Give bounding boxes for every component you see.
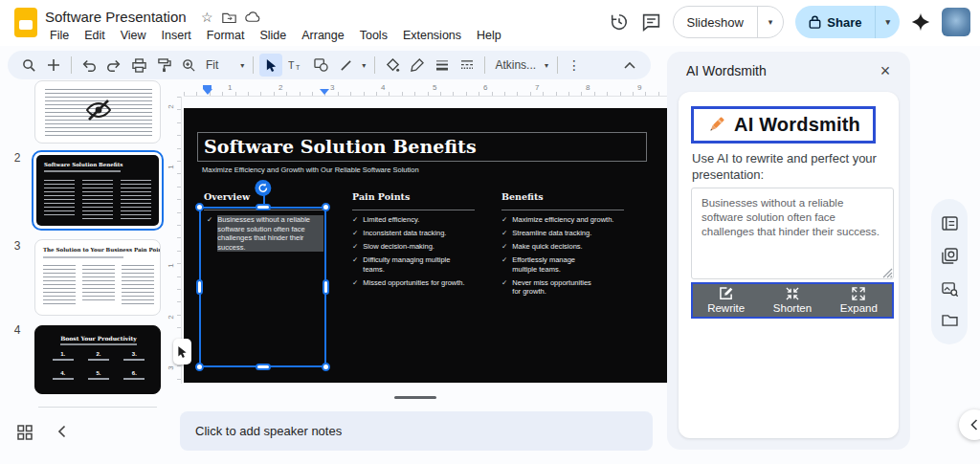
thumbnail-2-col3 bbox=[121, 180, 151, 222]
calendar-card-icon[interactable] bbox=[942, 216, 958, 231]
textarea-resize-grip[interactable] bbox=[882, 268, 893, 278]
thumbnail-3-subtitle-line bbox=[43, 256, 123, 258]
check-icon: ✓ bbox=[352, 215, 358, 225]
zoom-select[interactable]: Fit bbox=[202, 58, 222, 72]
slide-thumbnail-4[interactable]: Boost Your Productivity 1. 2. 3. 4. 5. 6… bbox=[34, 325, 161, 394]
rotate-handle-icon[interactable] bbox=[255, 180, 271, 196]
slide-thumbnail-2[interactable]: Software Solution Benefits bbox=[32, 150, 164, 231]
handle-bottom-left[interactable] bbox=[195, 363, 204, 371]
paint-format-icon[interactable] bbox=[152, 54, 175, 77]
slide-thumbnail-3[interactable]: The Solution to Your Business Pain Point… bbox=[34, 239, 161, 316]
menu-insert[interactable]: Insert bbox=[154, 27, 199, 44]
collapse-filmstrip-icon[interactable] bbox=[57, 425, 66, 438]
line-tool-caret[interactable]: ▾ bbox=[359, 61, 368, 70]
overview-textbox-selection[interactable]: ✓ Businesses without a reliable software… bbox=[199, 207, 326, 367]
zoom-icon[interactable] bbox=[177, 54, 200, 77]
shorten-icon bbox=[786, 287, 799, 300]
thumbnail-2-col2 bbox=[82, 180, 113, 222]
speaker-notes-input[interactable]: Click to add speaker notes bbox=[180, 411, 653, 451]
horizontal-ruler[interactable]: 123456789 bbox=[184, 85, 667, 97]
select-tool-icon[interactable] bbox=[259, 54, 282, 77]
handle-middle-right[interactable] bbox=[323, 279, 329, 295]
slide-number-4: 4 bbox=[8, 323, 27, 337]
handle-top-left[interactable] bbox=[195, 203, 204, 211]
version-history-icon[interactable] bbox=[609, 11, 630, 33]
menu-file[interactable]: File bbox=[42, 27, 77, 44]
check-icon: ✓ bbox=[352, 278, 358, 288]
handle-middle-left[interactable] bbox=[196, 279, 203, 295]
menu-view[interactable]: View bbox=[113, 27, 154, 44]
border-color-icon[interactable] bbox=[406, 54, 429, 77]
menu-extensions[interactable]: Extensions bbox=[395, 27, 469, 44]
account-avatar[interactable] bbox=[942, 8, 970, 36]
more-options-icon[interactable]: ⋮ bbox=[564, 57, 585, 73]
indent-triangle-icon[interactable] bbox=[203, 89, 212, 95]
menu-help[interactable]: Help bbox=[469, 27, 509, 44]
slideshow-button[interactable]: Slideshow bbox=[674, 15, 757, 30]
comment-icon[interactable] bbox=[641, 12, 661, 33]
pain-points-list[interactable]: ✓Limited efficiency. ✓Inconsistent data … bbox=[352, 215, 475, 292]
border-dash-icon[interactable] bbox=[456, 54, 479, 77]
notes-resize-handle[interactable] bbox=[394, 396, 436, 399]
check-icon: ✓ bbox=[501, 229, 507, 238]
menu-edit[interactable]: Edit bbox=[77, 27, 113, 44]
shorten-button[interactable]: Shorten bbox=[759, 284, 825, 317]
slideshow-button-group: Slideshow ▾ bbox=[673, 6, 785, 38]
font-select[interactable]: Atkins... bbox=[491, 58, 540, 72]
star-icon[interactable]: ☆ bbox=[201, 10, 213, 25]
slide-canvas[interactable]: Software Solution Benefits Maximize Effi… bbox=[184, 108, 667, 383]
zoom-select-caret[interactable]: ▾ bbox=[237, 61, 247, 70]
thumbnail-2-title: Software Solution Benefits bbox=[44, 162, 122, 167]
slide-subtitle[interactable]: Maximize Efficiency and Growth with Our … bbox=[202, 166, 419, 174]
rewrite-button[interactable]: Rewrite bbox=[693, 284, 759, 317]
handle-bottom-center[interactable] bbox=[256, 364, 271, 370]
font-select-caret[interactable]: ▾ bbox=[542, 61, 551, 70]
handle-bottom-right[interactable] bbox=[322, 363, 330, 371]
list-item: ✓Maximize efficiency and growth. bbox=[501, 215, 624, 225]
ai-wordsmith-heading-box: AI Wordsmith bbox=[691, 106, 876, 144]
fill-color-icon[interactable] bbox=[381, 54, 404, 77]
line-tool-icon[interactable] bbox=[334, 54, 357, 77]
slide-thumbnail-1[interactable] bbox=[34, 80, 161, 144]
document-title[interactable]: Software Presentation bbox=[45, 9, 187, 25]
benefits-list[interactable]: ✓Maximize efficiency and growth. ✓Stream… bbox=[501, 215, 624, 300]
close-icon[interactable]: × bbox=[874, 59, 897, 82]
benefits-header[interactable]: Benefits bbox=[501, 191, 624, 210]
cloud-status-icon[interactable] bbox=[245, 11, 261, 23]
border-weight-icon[interactable] bbox=[431, 54, 454, 77]
contacts-icon[interactable] bbox=[942, 248, 958, 264]
thumbnail-3-col2 bbox=[82, 265, 115, 303]
share-dropdown[interactable]: ▾ bbox=[876, 17, 900, 27]
list-item: ✓Limited efficiency. bbox=[352, 215, 475, 225]
slide-title-box[interactable]: Software Solution Benefits bbox=[197, 132, 647, 162]
print-icon[interactable] bbox=[127, 54, 150, 77]
image-search-icon[interactable] bbox=[942, 281, 958, 297]
thumbnail-2-subtitle-line bbox=[44, 170, 121, 172]
undo-icon[interactable] bbox=[78, 54, 100, 77]
expand-button[interactable]: Expand bbox=[826, 284, 892, 317]
new-slide-icon[interactable] bbox=[42, 54, 65, 77]
menu-arrange[interactable]: Arrange bbox=[294, 27, 351, 44]
menu-format[interactable]: Format bbox=[199, 27, 253, 44]
grid-view-icon[interactable] bbox=[17, 425, 33, 440]
rewrite-text-input[interactable]: Businesses without a reliable software s… bbox=[691, 188, 894, 279]
check-icon: ✓ bbox=[501, 242, 507, 252]
handle-top-center[interactable] bbox=[256, 204, 271, 210]
text-box-icon[interactable]: TT bbox=[284, 54, 307, 77]
slides-logo[interactable] bbox=[14, 8, 37, 37]
menu-slide[interactable]: Slide bbox=[252, 27, 294, 44]
shapes-icon[interactable] bbox=[309, 54, 332, 77]
handle-top-right[interactable] bbox=[322, 203, 330, 211]
share-button[interactable]: Share bbox=[795, 15, 875, 30]
menu-tools[interactable]: Tools bbox=[352, 27, 395, 44]
pain-points-header[interactable]: Pain Points bbox=[352, 191, 475, 210]
folder-icon[interactable] bbox=[942, 314, 958, 327]
gemini-star-icon[interactable] bbox=[911, 12, 930, 32]
collapse-toolbar-icon[interactable] bbox=[618, 54, 641, 77]
tab-stop-icon[interactable] bbox=[320, 89, 329, 95]
redo-icon[interactable] bbox=[102, 54, 125, 77]
collapse-panel-button[interactable] bbox=[959, 409, 980, 440]
move-folder-icon[interactable] bbox=[222, 11, 236, 24]
search-tools-icon[interactable] bbox=[17, 54, 40, 77]
slideshow-dropdown[interactable]: ▾ bbox=[758, 17, 784, 27]
